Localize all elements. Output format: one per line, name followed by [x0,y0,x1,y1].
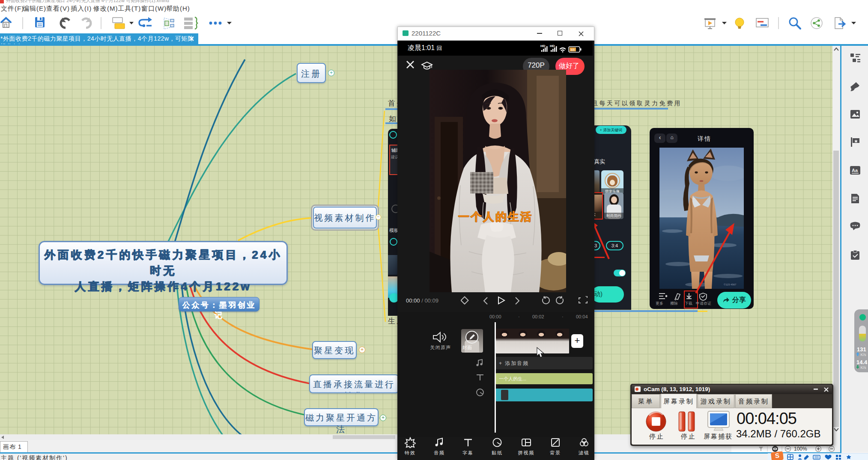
svg-text:100%: 100% [794,446,807,452]
svg-text:HD: HD [550,44,555,48]
svg-text:HD: HD [540,44,546,48]
svg-text:一个人的生活: 一个人的生活 [458,210,533,223]
svg-text:65: 65 [571,48,575,52]
svg-text:Aa: Aa [852,168,858,173]
